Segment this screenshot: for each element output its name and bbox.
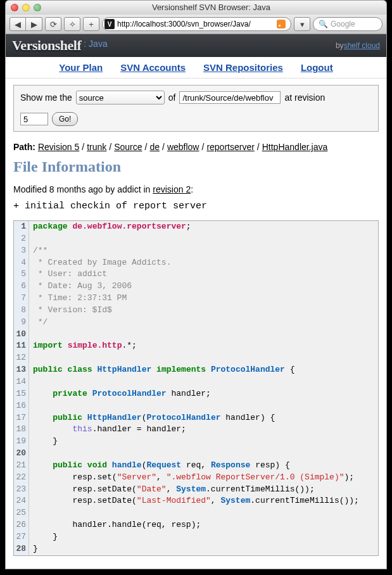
- app-logo: Versionshelf: [12, 37, 81, 54]
- breadcrumb-segment[interactable]: webflow: [167, 142, 199, 152]
- window-title: Versionshelf SVN Browser: Java: [41, 3, 381, 12]
- line-content: * Date: Aug 3, 2006: [29, 281, 132, 293]
- nav-svn-accounts[interactable]: SVN Accounts: [120, 62, 186, 73]
- search-bar[interactable]: 🔍 Google: [313, 17, 383, 31]
- line-number: 2: [14, 233, 29, 245]
- browser-toolbar: ◀ ▶ ⟳ ✧ + V http://localhost:3000/svn_br…: [5, 14, 387, 34]
- line-number: 16: [14, 400, 29, 412]
- nav-logout[interactable]: Logout: [301, 62, 333, 73]
- line-number: 25: [14, 507, 29, 519]
- line-content: package de.webflow.reportserver;: [29, 221, 191, 233]
- line-number: 28: [14, 543, 29, 555]
- breadcrumb-segment[interactable]: de: [149, 142, 160, 152]
- line-number: 17: [14, 412, 29, 424]
- nav-your-plan[interactable]: Your Plan: [59, 62, 103, 73]
- line-content: handler.handle(req, resp);: [29, 519, 201, 531]
- breadcrumb-sep: /: [257, 142, 260, 152]
- line-number: 20: [14, 448, 29, 460]
- line-content: import simple.http.*;: [29, 340, 137, 352]
- code-line: 13public class HttpHandler implements Pr…: [14, 364, 378, 376]
- search-menu-button[interactable]: ▾: [294, 17, 310, 31]
- zoom-window-button[interactable]: [34, 4, 41, 11]
- code-line: 12: [14, 352, 378, 364]
- line-content: public HttpHandler(ProtocolHandler handl…: [29, 412, 275, 424]
- breadcrumb-segment[interactable]: Revision 5: [38, 142, 79, 152]
- breadcrumb-segment[interactable]: trunk: [87, 142, 106, 152]
- reload-button[interactable]: ⟳: [45, 17, 61, 31]
- filter-type-select[interactable]: source: [76, 91, 165, 104]
- code-line: 27 }: [14, 531, 378, 543]
- nav-svn-repositories[interactable]: SVN Repositories: [203, 62, 283, 73]
- code-line: 18 this.handler = handler;: [14, 424, 378, 436]
- search-icon: 🔍: [319, 20, 328, 28]
- window-titlebar: Versionshelf SVN Browser: Java: [5, 0, 387, 14]
- breadcrumb-sep: /: [145, 142, 148, 152]
- line-content: private ProtocolHandler handler;: [29, 388, 211, 400]
- favicon-icon: V: [104, 19, 115, 29]
- line-content: [29, 233, 33, 245]
- line-number: 7: [14, 293, 29, 305]
- line-number: 1: [14, 221, 29, 233]
- breadcrumb-segment[interactable]: HttpHandler.java: [262, 142, 328, 152]
- shelf-cloud-link[interactable]: shelf cloud: [344, 41, 380, 50]
- code-line: 24 resp.setDate("Last-Modified", System.…: [14, 495, 378, 507]
- toolbar-extra-button[interactable]: ✧: [64, 17, 80, 31]
- line-content: resp.setDate("Date", System.currentTimeM…: [29, 484, 315, 496]
- code-line: 7 * Time: 2:37:31 PM: [14, 293, 378, 305]
- code-line: 2: [14, 233, 378, 245]
- line-content: }: [29, 436, 58, 448]
- code-line: 21 public void handle(Request req, Respo…: [14, 460, 378, 472]
- code-line: 14: [14, 376, 378, 388]
- line-number: 5: [14, 269, 29, 281]
- code-line: 1package de.webflow.reportserver;: [14, 221, 378, 233]
- by-label: by: [336, 41, 344, 50]
- code-line: 19 }: [14, 436, 378, 448]
- line-number: 18: [14, 424, 29, 436]
- minimize-window-button[interactable]: [22, 4, 30, 11]
- breadcrumb-segment[interactable]: Source: [114, 142, 142, 152]
- line-number: 10: [14, 329, 29, 341]
- line-content: [29, 352, 33, 364]
- url-text: http://localhost:3000/svn_browser/Java/: [117, 20, 274, 28]
- file-meta-text: Modified 8 months ago by addict in: [13, 184, 153, 194]
- code-line: 25: [14, 507, 378, 519]
- add-bookmark-button[interactable]: +: [83, 17, 99, 31]
- code-line: 9 */: [14, 317, 378, 329]
- revision-link[interactable]: revision 2: [153, 184, 191, 194]
- app-header: Versionshelf : Java by shelf cloud: [6, 34, 386, 57]
- line-number: 24: [14, 495, 29, 507]
- line-content: public class HttpHandler implements Prot…: [29, 364, 295, 376]
- code-line: 26 handler.handle(req, resp);: [14, 519, 378, 531]
- line-content: [29, 448, 33, 460]
- breadcrumb-segment[interactable]: reportserver: [206, 142, 254, 152]
- main-nav: Your Plan SVN Accounts SVN Repositories …: [6, 57, 386, 79]
- line-content: }: [29, 543, 38, 555]
- section-title: File Information: [13, 158, 379, 175]
- code-line: 11import simple.http.*;: [14, 340, 378, 352]
- filter-path-input[interactable]: [179, 91, 281, 104]
- code-line: 4 * Created by Image Addicts.: [14, 257, 378, 269]
- line-content: * Time: 2:37:31 PM: [29, 293, 127, 305]
- url-bar[interactable]: V http://localhost:3000/svn_browser/Java…: [102, 17, 291, 31]
- code-line: 16: [14, 400, 378, 412]
- filter-label-of: of: [168, 92, 176, 103]
- line-number: 26: [14, 519, 29, 531]
- filter-revision-input[interactable]: [20, 113, 48, 125]
- filter-panel: Show me the source of at revision Go!: [13, 85, 379, 132]
- line-content: }: [29, 531, 58, 543]
- line-number: 6: [14, 281, 29, 293]
- back-button[interactable]: ◀: [9, 17, 26, 31]
- filter-label-atrev: at revision: [284, 92, 325, 103]
- forward-button[interactable]: ▶: [26, 17, 42, 31]
- line-content: [29, 400, 33, 412]
- code-line: 22 resp.set("Server", ".webflow ReportSe…: [14, 472, 378, 484]
- code-line: 28}: [14, 543, 378, 555]
- rss-icon[interactable]: [277, 20, 286, 28]
- line-number: 19: [14, 436, 29, 448]
- app-logo-sub: : Java: [84, 39, 107, 49]
- breadcrumb-sep: /: [82, 142, 84, 152]
- line-content: public void handle(Request req, Response…: [29, 460, 290, 472]
- close-window-button[interactable]: [11, 4, 18, 11]
- go-button[interactable]: Go!: [52, 112, 78, 126]
- file-meta: Modified 8 months ago by addict in revis…: [13, 184, 379, 194]
